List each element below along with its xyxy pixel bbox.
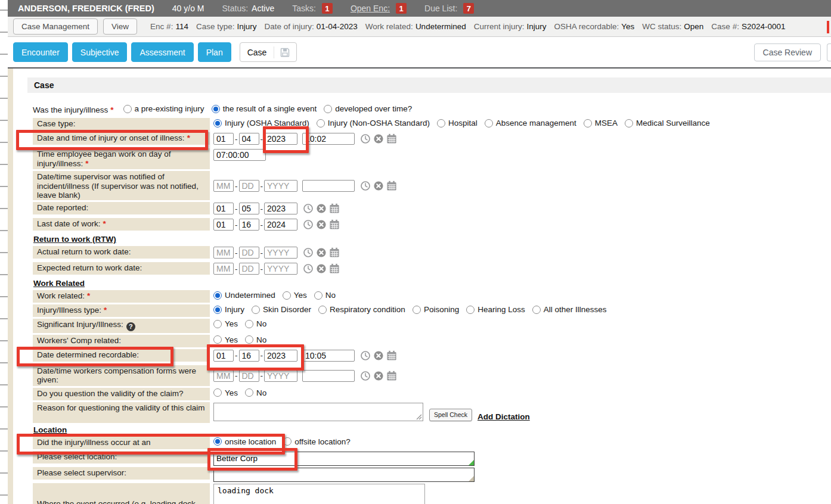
encounter-button[interactable]: Encounter xyxy=(13,42,68,62)
radio-offsite-location[interactable]: offsite location? xyxy=(283,437,351,446)
day-input[interactable] xyxy=(239,203,259,214)
clock-icon[interactable] xyxy=(360,371,371,381)
injury-month-input[interactable] xyxy=(213,133,234,145)
day-input[interactable] xyxy=(239,263,259,275)
clock-icon[interactable] xyxy=(360,133,371,144)
radio-selected-icon[interactable] xyxy=(213,119,222,127)
year-input[interactable] xyxy=(264,263,297,275)
injury-year-input[interactable] xyxy=(264,133,297,145)
calendar-icon[interactable] xyxy=(329,203,340,214)
radio-yes[interactable]: Yes xyxy=(213,388,238,397)
radio-undetermined[interactable]: Undetermined xyxy=(213,291,275,300)
radio-yes[interactable]: Yes xyxy=(283,291,307,300)
location-input[interactable] xyxy=(214,452,474,465)
radio-icon[interactable] xyxy=(584,119,592,127)
radio-icon[interactable] xyxy=(324,105,332,113)
radio-yes[interactable]: Yes xyxy=(213,319,238,328)
radio-no[interactable]: No xyxy=(245,335,266,344)
radio-medical-surveillance[interactable]: Medical Surveillance xyxy=(625,119,710,127)
radio-no[interactable]: No xyxy=(314,291,336,300)
collapsed-panel-rail[interactable] xyxy=(0,0,8,504)
radio-icon[interactable] xyxy=(245,320,253,328)
calendar-icon[interactable] xyxy=(386,350,397,361)
spell-check-button[interactable]: Spell Check xyxy=(429,409,472,421)
where-occurred-textarea[interactable] xyxy=(213,484,425,504)
month-input[interactable] xyxy=(213,350,234,362)
case-review-button[interactable]: Case Review xyxy=(754,43,821,61)
clear-icon[interactable] xyxy=(316,263,327,274)
radio-icon[interactable] xyxy=(485,119,493,127)
clear-icon[interactable] xyxy=(316,247,327,258)
day-input[interactable] xyxy=(239,247,259,259)
radio-selected-icon[interactable] xyxy=(213,306,222,314)
clock-icon[interactable] xyxy=(303,203,314,214)
year-input[interactable] xyxy=(264,370,297,382)
year-input[interactable] xyxy=(264,219,297,231)
injury-time-input[interactable] xyxy=(302,133,355,145)
radio-icon[interactable] xyxy=(437,119,445,127)
month-input[interactable] xyxy=(213,219,234,231)
year-input[interactable] xyxy=(264,247,297,259)
radio-injury-non-osha[interactable]: Injury (Non-OSHA Standard) xyxy=(317,119,430,127)
radio-icon[interactable] xyxy=(245,335,253,344)
radio-respiratory-condition[interactable]: Respiratory condition xyxy=(318,305,405,314)
radio-developed-over-time[interactable]: developed over time? xyxy=(324,104,412,113)
radio-onsite-location[interactable]: onsite location xyxy=(213,437,276,446)
time-input[interactable] xyxy=(302,180,355,192)
radio-icon[interactable] xyxy=(213,335,222,344)
validity-reason-textarea[interactable] xyxy=(213,403,423,421)
month-input[interactable] xyxy=(213,203,234,214)
radio-hearing-loss[interactable]: Hearing Loss xyxy=(466,305,525,314)
calendar-icon[interactable] xyxy=(329,247,340,258)
subjective-button[interactable]: Subjective xyxy=(72,42,128,62)
clock-icon[interactable] xyxy=(303,219,314,230)
calendar-icon[interactable] xyxy=(386,181,397,191)
add-dictation-link[interactable]: Add Dictation xyxy=(477,412,530,421)
radio-injury[interactable]: Injury xyxy=(213,305,244,314)
radio-selected-icon[interactable] xyxy=(213,291,222,300)
radio-icon[interactable] xyxy=(314,291,323,300)
radio-icon[interactable] xyxy=(252,306,260,314)
radio-icon[interactable] xyxy=(413,306,421,314)
supervisor-input[interactable] xyxy=(214,468,474,481)
radio-icon[interactable] xyxy=(245,388,253,397)
radio-icon[interactable] xyxy=(123,105,132,113)
clear-icon[interactable] xyxy=(373,133,384,144)
radio-single-event[interactable]: the result of a single event xyxy=(212,104,317,113)
radio-selected-icon[interactable] xyxy=(212,105,220,113)
plan-button[interactable]: Plan xyxy=(198,42,231,62)
month-input[interactable] xyxy=(213,263,234,275)
radio-no[interactable]: No xyxy=(245,319,266,328)
radio-no[interactable]: No xyxy=(245,388,266,397)
year-input[interactable] xyxy=(264,180,297,192)
tasks-count-badge[interactable]: 1 xyxy=(322,3,333,14)
open-enc-link[interactable]: Open Enc: xyxy=(351,4,390,13)
radio-absence-management[interactable]: Absence management xyxy=(485,119,576,127)
time-input[interactable] xyxy=(302,350,355,362)
calendar-icon[interactable] xyxy=(329,263,340,274)
clear-icon[interactable] xyxy=(373,350,384,361)
radio-selected-icon[interactable] xyxy=(213,437,222,446)
radio-icon[interactable] xyxy=(317,119,325,127)
day-input[interactable] xyxy=(239,219,259,231)
view-button[interactable]: View xyxy=(103,18,137,35)
year-input[interactable] xyxy=(264,350,297,362)
radio-icon[interactable] xyxy=(625,119,633,127)
case-tab-label[interactable]: Case xyxy=(240,48,274,57)
clock-icon[interactable] xyxy=(360,350,371,361)
year-input[interactable] xyxy=(264,203,297,214)
case-management-button[interactable]: Case Management xyxy=(13,18,98,35)
radio-icon[interactable] xyxy=(283,291,291,300)
calendar-icon[interactable] xyxy=(386,371,397,381)
month-input[interactable] xyxy=(213,370,234,382)
clock-icon[interactable] xyxy=(360,181,371,191)
time-input[interactable] xyxy=(302,370,355,382)
open-enc-count-badge[interactable]: 1 xyxy=(396,3,407,14)
radio-poisoning[interactable]: Poisoning xyxy=(413,305,459,314)
calendar-icon[interactable] xyxy=(329,219,340,230)
radio-icon[interactable] xyxy=(466,306,475,314)
radio-pre-existing-injury[interactable]: a pre-existing injury xyxy=(123,104,204,113)
calendar-icon[interactable] xyxy=(386,133,397,144)
radio-icon[interactable] xyxy=(213,320,222,328)
clock-icon[interactable] xyxy=(303,263,314,274)
